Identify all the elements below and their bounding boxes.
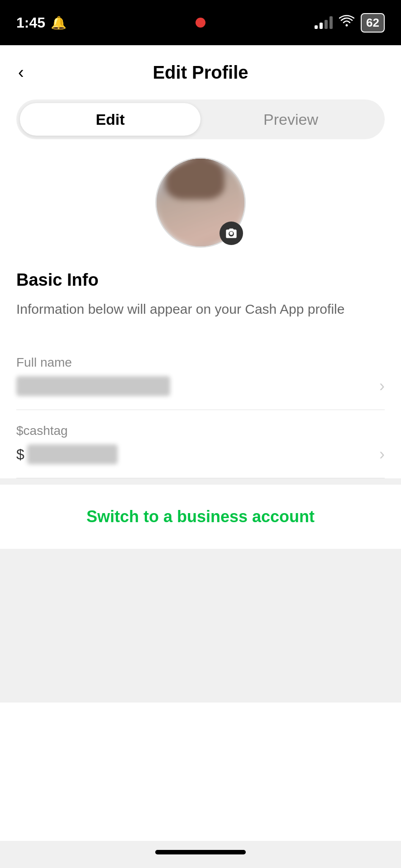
section-divider xyxy=(0,478,401,485)
full-name-value-blurred xyxy=(16,376,170,396)
business-account-section: Switch to a business account xyxy=(0,485,401,549)
status-time: 1:45 xyxy=(16,14,45,31)
tab-preview[interactable]: Preview xyxy=(200,103,381,136)
full-name-value-row: › xyxy=(16,376,385,396)
cashtag-value-blurred xyxy=(27,444,118,464)
content-section: Basic Info Information below will appear… xyxy=(0,270,401,478)
home-indicator xyxy=(155,850,246,854)
full-name-label: Full name xyxy=(16,355,385,370)
back-button[interactable]: ‹ xyxy=(18,63,24,82)
camera-icon xyxy=(225,227,238,240)
dynamic-island xyxy=(151,10,250,35)
battery-icon: 62 xyxy=(361,13,385,33)
form-fields: Full name › $cashtag $ › xyxy=(16,342,385,478)
cashtag-chevron-icon: › xyxy=(379,445,385,464)
dollar-sign: $ xyxy=(16,446,24,463)
switch-business-button[interactable]: Switch to a business account xyxy=(86,507,315,526)
tab-edit[interactable]: Edit xyxy=(20,103,200,136)
signal-icon xyxy=(315,16,333,29)
change-photo-button[interactable] xyxy=(220,222,243,245)
tab-toggle: Edit Preview xyxy=(16,99,385,139)
status-time-group: 1:45 🔔 xyxy=(16,14,67,31)
cashtag-input-row: $ xyxy=(16,444,118,464)
avatar-section xyxy=(0,157,401,248)
home-indicator-container xyxy=(0,841,401,868)
status-icons: 62 xyxy=(315,13,385,33)
basic-info-desc: Information below will appear on your Ca… xyxy=(16,299,385,319)
full-name-chevron-icon: › xyxy=(379,377,385,396)
svg-point-0 xyxy=(346,24,348,26)
bottom-area xyxy=(0,549,401,703)
bell-icon: 🔔 xyxy=(51,15,67,30)
cashtag-field[interactable]: $cashtag $ › xyxy=(16,410,385,478)
record-dot xyxy=(196,18,205,28)
page-title: Edit Profile xyxy=(153,62,248,83)
full-name-field[interactable]: Full name › xyxy=(16,342,385,410)
cashtag-label: $cashtag xyxy=(16,424,385,438)
tab-toggle-container: Edit Preview xyxy=(0,99,401,139)
status-bar: 1:45 🔔 62 xyxy=(0,0,401,45)
page-header: ‹ Edit Profile xyxy=(0,45,401,99)
avatar-wrapper xyxy=(155,157,246,248)
cashtag-value-row: $ › xyxy=(16,444,385,464)
wifi-icon xyxy=(339,15,354,31)
basic-info-title: Basic Info xyxy=(16,270,385,290)
